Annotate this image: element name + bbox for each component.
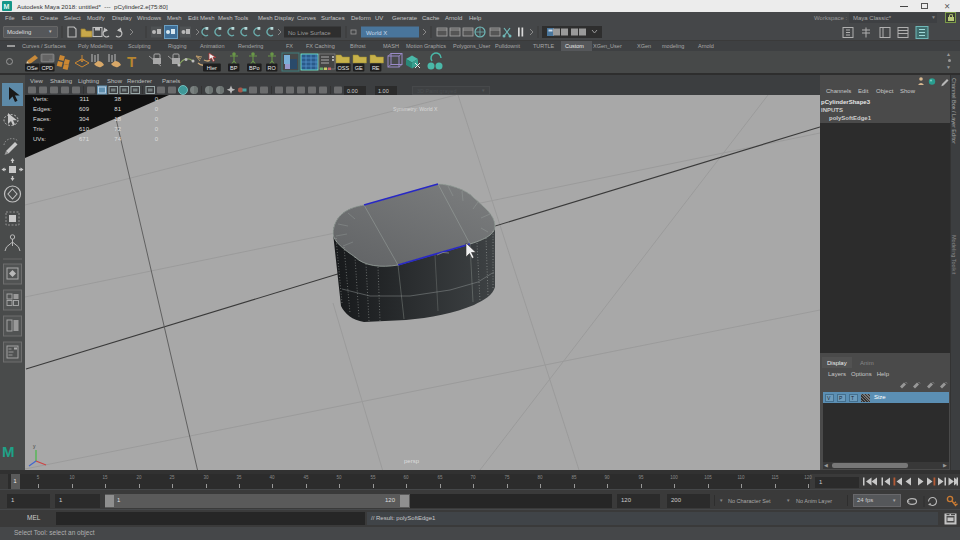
svg-text:BP: BP <box>230 65 238 71</box>
svg-text:persp: persp <box>404 458 420 464</box>
svg-text:OSS: OSS <box>337 65 349 71</box>
svg-text:World X: World X <box>366 30 387 36</box>
svg-text:38: 38 <box>114 96 121 102</box>
svg-text:GE: GE <box>355 65 363 71</box>
svg-text:UVs:: UVs: <box>33 136 46 142</box>
svg-text:Hier: Hier <box>207 65 217 71</box>
svg-text:18: 18 <box>114 116 121 122</box>
svg-text:No Live Surface: No Live Surface <box>288 30 331 36</box>
svg-text:Symmetry: World X: Symmetry: World X <box>393 106 438 112</box>
svg-text:T: T <box>127 53 136 70</box>
svg-text:609: 609 <box>79 106 90 112</box>
svg-text:OSe: OSe <box>27 65 38 71</box>
svg-text:671: 671 <box>79 136 90 142</box>
svg-text:304: 304 <box>79 116 90 122</box>
svg-text:610: 610 <box>79 126 90 132</box>
svg-text:BPo: BPo <box>249 65 259 71</box>
svg-text:Faces:: Faces: <box>33 116 51 122</box>
svg-text:RE: RE <box>372 65 380 71</box>
svg-text:311: 311 <box>79 96 89 102</box>
svg-text:RO: RO <box>268 65 277 71</box>
svg-text:Edges:: Edges: <box>33 106 52 112</box>
svg-text:81: 81 <box>114 106 121 112</box>
svg-text:Verts:: Verts: <box>33 96 49 102</box>
svg-text:Tris:: Tris: <box>33 126 45 132</box>
svg-text:74: 74 <box>114 136 121 142</box>
svg-text:CPD: CPD <box>41 65 53 71</box>
svg-text:72: 72 <box>114 126 121 132</box>
